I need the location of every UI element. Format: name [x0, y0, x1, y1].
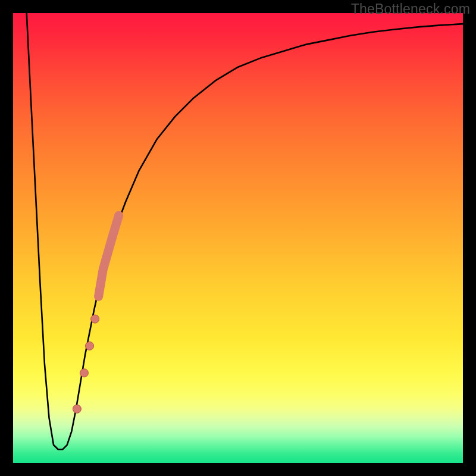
chart-frame: TheBottleneck.com — [0, 0, 476, 476]
highlight-dot-icon — [91, 315, 99, 323]
watermark-text: TheBottleneck.com — [351, 1, 470, 17]
highlight-dot-icon — [86, 342, 94, 350]
highlight-markers — [13, 13, 463, 463]
plot-area — [13, 13, 463, 463]
highlight-segment — [99, 215, 119, 296]
highlight-dot-icon — [73, 405, 81, 413]
highlight-dot-icon — [80, 369, 88, 377]
